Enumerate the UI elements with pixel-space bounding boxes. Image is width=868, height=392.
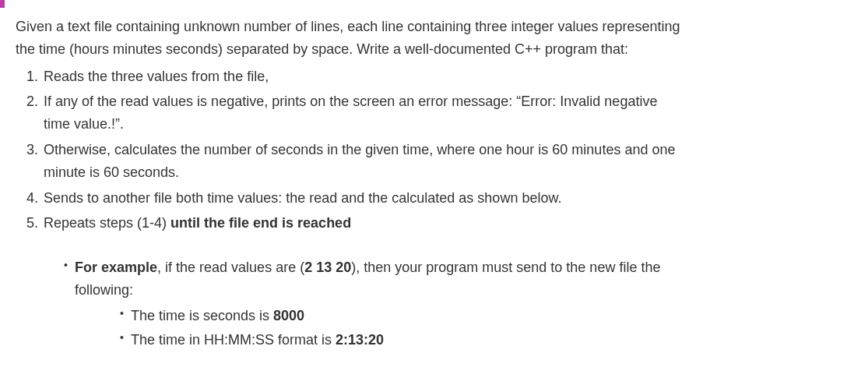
step-2-text-a: If any of the read values is negative, p… — [44, 94, 657, 109]
example-bullet-1-value: 8000 — [273, 308, 304, 323]
example-lead-rest: , if the read values are ( — [157, 260, 304, 275]
intro-paragraph: Given a text file containing unknown num… — [16, 16, 852, 61]
step-4: Sends to another file both time values: … — [44, 187, 852, 210]
step-2: If any of the read values is negative, p… — [44, 90, 852, 136]
step-1: Reads the three values from the file, — [44, 65, 852, 88]
intro-line-1: Given a text file containing unknown num… — [16, 19, 680, 34]
example-bullet-1-text: The time is seconds is — [131, 308, 273, 323]
example-bullet-1: The time is seconds is 8000 — [120, 305, 852, 327]
step-4-text: Sends to another file both time values: … — [44, 190, 561, 206]
example-lead-bold: For example — [75, 260, 157, 275]
step-3: Otherwise, calculates the number of seco… — [44, 139, 852, 184]
step-3-text-b: minute is 60 seconds. — [44, 164, 179, 180]
example-output-bullets: The time is seconds is 8000 The time in … — [64, 305, 852, 351]
steps-list: Reads the three values from the file, If… — [16, 65, 852, 235]
example-bullet-2-value: 2:13:20 — [336, 332, 384, 348]
example-input-bold: 2 13 20 — [304, 260, 351, 275]
example-lead-after: ), then your program must send to the ne… — [351, 260, 660, 275]
example-bullet-2: The time in HH:MM:SS format is 2:13:20 — [120, 329, 852, 351]
document-content: Given a text file containing unknown num… — [0, 0, 868, 368]
example-bullet-2-text: The time in HH:MM:SS format is — [131, 332, 336, 348]
step-3-text-a: Otherwise, calculates the number of seco… — [44, 142, 675, 157]
step-1-text: Reads the three values from the file, — [44, 69, 269, 84]
step-5-text-a: Repeats steps (1-4) — [44, 215, 170, 231]
example-intro: For example, if the read values are (2 1… — [64, 256, 852, 302]
step-5-text-bold: until the file end is reached — [170, 215, 351, 231]
step-2-text-b: time value.!”. — [44, 116, 124, 132]
example-section: For example, if the read values are (2 1… — [16, 256, 852, 351]
intro-line-2: the time (hours minutes seconds) separat… — [16, 41, 628, 57]
step-5: Repeats steps (1-4) until the file end i… — [44, 212, 852, 235]
accent-bar — [0, 0, 5, 8]
example-following: following: — [75, 282, 133, 298]
